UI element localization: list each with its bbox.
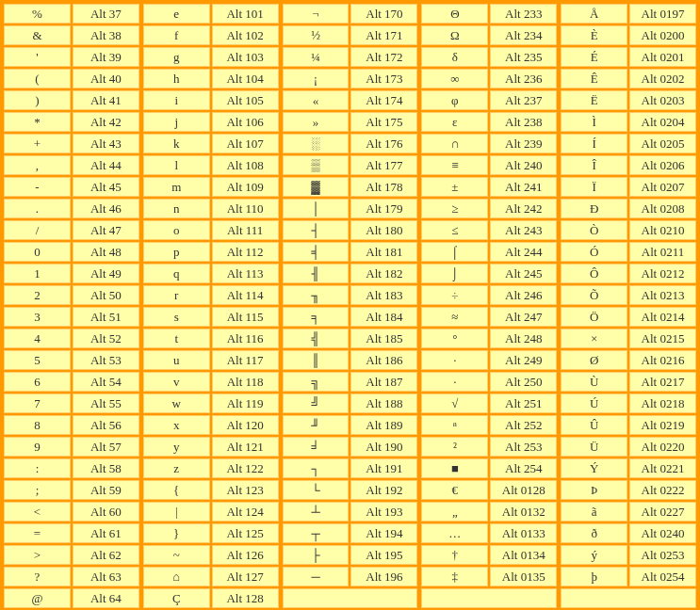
- code-cell: Alt 0211: [629, 242, 696, 262]
- symbol-cell: ⌂: [143, 567, 210, 586]
- symbol-cell: Å: [561, 4, 627, 24]
- symbol-cell: =: [4, 523, 71, 543]
- table-row: zAlt 122: [143, 458, 279, 478]
- code-cell: Alt 192: [350, 480, 417, 500]
- symbol-cell: Ò: [561, 220, 627, 240]
- code-cell: Alt 105: [212, 90, 279, 110]
- code-cell: Alt 236: [490, 69, 557, 88]
- code-cell: Alt 188: [350, 393, 417, 413]
- code-cell: Alt 115: [212, 307, 279, 327]
- table-row: ∙Alt 249: [421, 350, 557, 370]
- table-row: ║Alt 186: [283, 350, 418, 370]
- table-row: ╡Alt 181: [283, 242, 418, 262]
- code-cell: Alt 246: [490, 285, 557, 305]
- table-row: ╜Alt 189: [283, 415, 418, 435]
- code-cell: Alt 181: [350, 242, 417, 262]
- code-cell: Alt 186: [350, 350, 417, 370]
- symbol-cell: ,: [4, 155, 71, 175]
- code-cell: Alt 0207: [629, 177, 696, 197]
- table-row: 6Alt 54: [4, 372, 139, 392]
- table-row: ËAlt 0203: [561, 90, 696, 110]
- table-row: 'Alt 39: [4, 47, 139, 67]
- code-cell: Alt 243: [490, 220, 557, 240]
- code-cell: Alt 0221: [629, 458, 696, 478]
- code-cell: Alt 43: [73, 134, 139, 153]
- symbol-cell: ▒: [283, 155, 350, 175]
- symbol-cell: ≥: [421, 199, 488, 218]
- symbol-cell: ░: [283, 134, 350, 153]
- code-cell: Alt 0214: [629, 307, 696, 327]
- symbol-cell: @: [4, 588, 71, 608]
- table-row: ▓Alt 178: [283, 177, 418, 197]
- code-cell: Alt 241: [490, 177, 557, 197]
- table-row: 3Alt 51: [4, 307, 139, 327]
- table-row: ÅAlt 0197: [561, 4, 696, 24]
- code-cell: Alt 233: [490, 4, 557, 24]
- table-row: ×Alt 0215: [561, 329, 696, 348]
- code-cell: Alt 128: [212, 588, 279, 608]
- code-cell: Alt 107: [212, 134, 279, 153]
- code-cell: Alt 190: [350, 437, 417, 457]
- table-row: 4Alt 52: [4, 329, 139, 348]
- table-row: ÓAlt 0211: [561, 242, 696, 262]
- table-row: ∞Alt 236: [421, 69, 557, 88]
- code-cell: Alt 41: [73, 90, 139, 110]
- symbol-cell: ·: [421, 372, 488, 392]
- code-cell: Alt 64: [73, 588, 139, 608]
- symbol-cell: s: [143, 307, 210, 327]
- symbol-cell: Ù: [561, 372, 627, 392]
- symbol-cell: ý: [561, 545, 627, 565]
- code-cell: Alt 124: [212, 502, 279, 522]
- table-row: :Alt 58: [4, 458, 139, 478]
- symbol-cell: ∩: [421, 134, 488, 153]
- code-cell: Alt 0213: [629, 285, 696, 305]
- symbol-cell: ¬: [283, 4, 350, 24]
- table-row: ■Alt 254: [421, 458, 557, 478]
- table-row: yAlt 121: [143, 437, 279, 457]
- symbol-cell: k: [143, 134, 210, 153]
- code-cell: Alt 56: [73, 415, 139, 435]
- table-row: 1Alt 49: [4, 264, 139, 283]
- symbol-cell: 3: [4, 307, 71, 327]
- symbol-cell: ╡: [283, 242, 350, 262]
- code-cell: Alt 176: [350, 134, 417, 153]
- table-row: }Alt 125: [143, 523, 279, 543]
- symbol-cell: z: [143, 458, 210, 478]
- table-row: -Alt 45: [4, 177, 139, 197]
- table-row: +Alt 43: [4, 134, 139, 153]
- code-cell: Alt 0212: [629, 264, 696, 283]
- code-cell: Alt 55: [73, 393, 139, 413]
- code-cell: Alt 194: [350, 523, 417, 543]
- symbol-cell: Ì: [561, 112, 627, 132]
- code-cell: Alt 174: [350, 90, 417, 110]
- empty-cell: [283, 588, 418, 608]
- column-0: %Alt 37&Alt 38'Alt 39(Alt 40)Alt 41*Alt …: [4, 4, 139, 608]
- table-row: wAlt 119: [143, 393, 279, 413]
- code-cell: Alt 237: [490, 90, 557, 110]
- symbol-cell: q: [143, 264, 210, 283]
- table-row: ±Alt 241: [421, 177, 557, 197]
- table-row: ╢Alt 182: [283, 264, 418, 283]
- code-cell: Alt 0220: [629, 437, 696, 457]
- table-row: ÔAlt 0212: [561, 264, 696, 283]
- symbol-cell: +: [4, 134, 71, 153]
- symbol-cell: 2: [4, 285, 71, 305]
- code-cell: Alt 180: [350, 220, 417, 240]
- code-cell: Alt 179: [350, 199, 417, 218]
- table-row: ΘAlt 233: [421, 4, 557, 24]
- symbol-cell: Ü: [561, 437, 627, 457]
- code-cell: Alt 252: [490, 415, 557, 435]
- symbol-cell: >: [4, 545, 71, 565]
- code-cell: Alt 58: [73, 458, 139, 478]
- code-cell: Alt 235: [490, 47, 557, 67]
- code-cell: Alt 42: [73, 112, 139, 132]
- code-cell: Alt 50: [73, 285, 139, 305]
- table-row: /Alt 47: [4, 220, 139, 240]
- symbol-cell: Ω: [421, 25, 488, 45]
- symbol-cell: Ï: [561, 177, 627, 197]
- table-row: iAlt 105: [143, 90, 279, 110]
- table-row: ÖAlt 0214: [561, 307, 696, 327]
- symbol-cell: ÷: [421, 285, 488, 305]
- code-cell: Alt 195: [350, 545, 417, 565]
- alt-codes-table: %Alt 37&Alt 38'Alt 39(Alt 40)Alt 41*Alt …: [4, 4, 696, 608]
